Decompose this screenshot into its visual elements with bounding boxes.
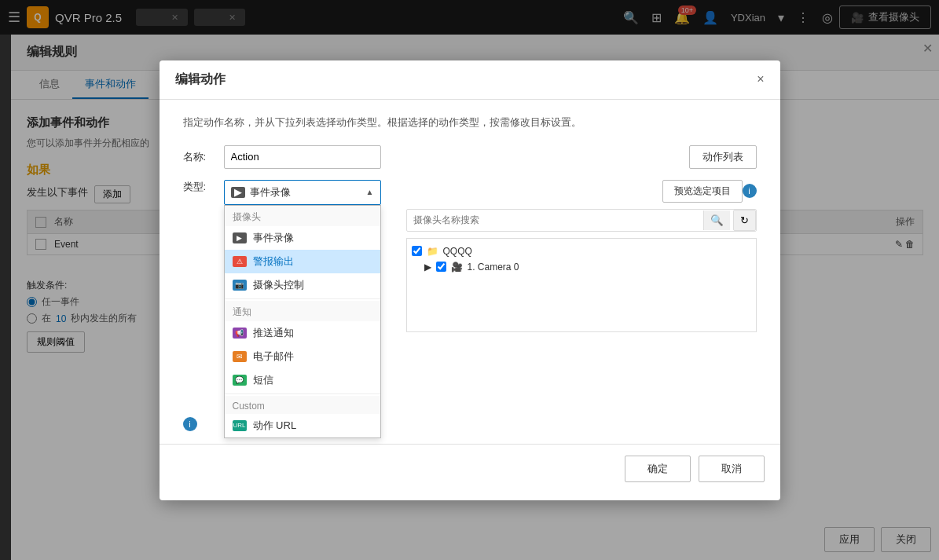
type-dropdown: 摄像头 ▶ 事件录像 ⚠ 警报输出 📷 摄像头控制 通知	[224, 205, 381, 438]
refresh-button[interactable]: ↻	[733, 210, 756, 231]
target-panel-header: 预览选定项目 i	[406, 180, 757, 203]
camera-search-bar: 🔍 ↻	[406, 209, 757, 232]
divider-2	[225, 393, 380, 394]
camera-tree: 📁 QQQQ ▶ 🎥 1. Camera 0	[406, 238, 757, 332]
cam-label-camera1: 1. Camera 0	[468, 262, 519, 273]
search-button[interactable]: 🔍	[703, 210, 730, 230]
dropdown-item-action-url[interactable]: URL 动作 URL	[225, 414, 380, 437]
divider-1	[225, 298, 380, 299]
cam-tree-item-camera1[interactable]: ▶ 🎥 1. Camera 0	[424, 259, 751, 275]
cam-folder-icon: 📁	[427, 246, 438, 257]
name-input[interactable]	[224, 145, 381, 169]
camera-control-icon: 📷	[233, 280, 247, 291]
camera-search-input[interactable]	[407, 210, 703, 229]
dropdown-item-push-notification[interactable]: 📢 推送通知	[225, 321, 380, 345]
type-selector-text: 事件录像	[250, 185, 366, 199]
type-label: 类型:	[183, 180, 215, 194]
dialog-header: 编辑动作 ×	[160, 60, 780, 100]
name-row: 名称: 动作列表	[183, 145, 757, 169]
cam-icon: 🎥	[451, 262, 463, 273]
alert-output-icon: ⚠	[233, 256, 247, 267]
url-icon: URL	[233, 420, 247, 431]
name-label: 名称:	[183, 150, 215, 164]
dialog-close-button[interactable]: ×	[757, 72, 764, 86]
cam-expand-icon: ▶	[424, 262, 431, 273]
email-icon: ✉	[233, 351, 247, 362]
dropdown-item-event-recording[interactable]: ▶ 事件录像	[225, 226, 380, 250]
type-selector-icon: ▶	[231, 187, 245, 198]
dropdown-item-sms[interactable]: 💬 短信	[225, 368, 380, 392]
dropdown-item-email[interactable]: ✉ 电子邮件	[225, 345, 380, 368]
push-notification-icon: 📢	[233, 328, 247, 339]
cam-checkbox-qqqq[interactable]	[412, 246, 422, 256]
dropdown-arrow-icon: ▲	[366, 188, 374, 196]
bottom-info-icon[interactable]: i	[183, 417, 197, 431]
dialog-body: 指定动作名称，并从下拉列表选择动作类型。根据选择的动作类型，按需修改目标设置。 …	[160, 100, 780, 409]
dropdown-item-alert-output[interactable]: ⚠ 警报输出	[225, 250, 380, 273]
sms-icon: 💬	[233, 375, 247, 386]
preview-button[interactable]: 预览选定项目	[662, 180, 743, 203]
action-list-button[interactable]: 动作列表	[689, 145, 757, 169]
group-notification-label: 通知	[225, 301, 380, 321]
type-row: 类型: ▶ 事件录像 ▲ 摄像头 ▶ 事件录像 ⚠ 警报输出	[183, 180, 757, 332]
edit-action-dialog: 编辑动作 × 指定动作名称，并从下拉列表选择动作类型。根据选择的动作类型，按需修…	[160, 60, 780, 500]
group-camera-label: 摄像头	[225, 206, 380, 226]
dialog-title: 编辑动作	[175, 71, 226, 88]
type-selector-container: ▶ 事件录像 ▲ 摄像头 ▶ 事件录像 ⚠ 警报输出 �	[224, 180, 381, 205]
cancel-button[interactable]: 取消	[699, 456, 765, 482]
cam-tree-item-qqqq[interactable]: 📁 QQQQ	[412, 243, 751, 259]
target-right-panel: 预览选定项目 i 🔍 ↻ 📁 QQQQ ▶	[406, 180, 757, 332]
cam-checkbox-camera1[interactable]	[436, 262, 446, 272]
cam-label-qqqq: QQQQ	[443, 246, 472, 257]
dialog-footer: 确定 取消	[160, 444, 780, 493]
group-custom-label: Custom	[225, 396, 380, 414]
dropdown-item-camera-control[interactable]: 📷 摄像头控制	[225, 273, 380, 297]
dialog-description: 指定动作名称，并从下拉列表选择动作类型。根据选择的动作类型，按需修改目标设置。	[183, 115, 757, 130]
type-selector[interactable]: ▶ 事件录像 ▲	[224, 180, 381, 205]
confirm-button[interactable]: 确定	[625, 456, 691, 482]
event-recording-icon: ▶	[233, 232, 247, 243]
info-icon[interactable]: i	[743, 184, 757, 198]
